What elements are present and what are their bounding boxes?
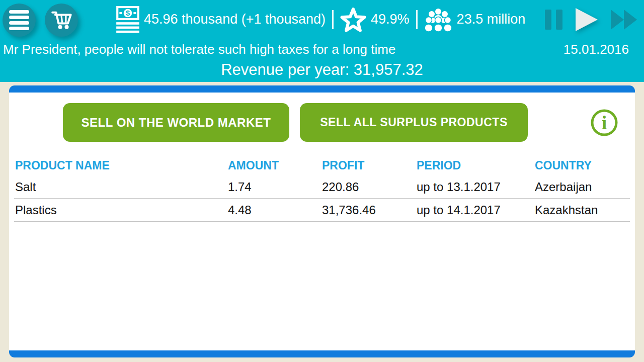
cell-amount: 1.74 (228, 180, 322, 194)
column-header-period: PERIOD (417, 159, 535, 172)
star-icon (340, 7, 366, 32)
column-header-profit: PROFIT (322, 159, 417, 172)
stat-separator (416, 10, 418, 29)
money-stat[interactable]: $ 45.96 thousand (+1 thousand) (116, 6, 326, 33)
shopping-cart-icon (51, 10, 72, 31)
cell-period: up to 14.1.2017 (417, 203, 535, 217)
svg-text:i: i (602, 112, 607, 133)
menu-button[interactable] (3, 4, 36, 37)
contracts-table: PRODUCT NAME AMOUNT PROFIT PERIOD COUNTR… (9, 155, 635, 222)
cell-profit: 31,736.46 (322, 203, 417, 217)
population-icon (424, 8, 452, 32)
column-header-country: COUNTRY (535, 159, 629, 172)
fast-forward-button[interactable] (611, 10, 637, 30)
cart-button[interactable] (45, 4, 78, 37)
cell-profit: 220.86 (322, 180, 417, 194)
actions-row: SELL ON THE WORLD MARKET SELL ALL SURPLU… (9, 103, 635, 142)
cell-product: Salt (15, 180, 228, 194)
svg-text:$: $ (126, 9, 130, 17)
cell-country: Azerbaijan (535, 180, 629, 194)
top-bar-stats-row: $ 45.96 thousand (+1 thousand) (0, 0, 644, 39)
cell-amount: 4.48 (228, 203, 322, 217)
advisor-message: Mr President, people will not tolerate s… (3, 42, 395, 57)
play-button[interactable] (576, 8, 598, 31)
play-icon (576, 8, 598, 31)
population-value: 23.5 million (457, 12, 526, 27)
panel-top-border (9, 85, 635, 93)
top-bar: $ 45.96 thousand (+1 thousand) (0, 0, 644, 82)
money-stack-icon: $ (116, 6, 139, 33)
money-value: 45.96 thousand (+1 thousand) (144, 12, 326, 27)
rating-stat[interactable]: 49.9% (340, 7, 410, 32)
cell-country: Kazakhstan (535, 203, 629, 217)
info-button[interactable]: i (590, 109, 618, 137)
panel-bottom-border (9, 350, 635, 357)
stat-separator (332, 10, 334, 29)
sell-surplus-button[interactable]: SELL ALL SURPLUS PRODUCTS (300, 103, 528, 142)
game-screen: $ 45.96 thousand (+1 thousand) (0, 0, 644, 82)
hamburger-menu-icon (9, 10, 29, 30)
content-area: SELL ON THE WORLD MARKET SELL ALL SURPLU… (9, 85, 635, 357)
table-row[interactable]: Salt 1.74 220.86 up to 13.1.2017 Azerbai… (14, 175, 630, 199)
table-header-row: PRODUCT NAME AMOUNT PROFIT PERIOD COUNTR… (14, 155, 630, 175)
table-row[interactable]: Plastics 4.48 31,736.46 up to 14.1.2017 … (14, 199, 630, 222)
pause-icon (545, 10, 562, 30)
sell-world-market-button[interactable]: SELL ON THE WORLD MARKET (63, 103, 289, 142)
fast-forward-icon (611, 10, 637, 30)
rating-value: 49.9% (371, 12, 410, 27)
column-header-amount: AMOUNT (228, 159, 322, 172)
cell-product: Plastics (15, 203, 228, 217)
world-market-panel: SELL ON THE WORLD MARKET SELL ALL SURPLU… (9, 85, 635, 357)
panel-body: SELL ON THE WORLD MARKET SELL ALL SURPLU… (9, 93, 635, 350)
cell-period: up to 13.1.2017 (417, 180, 535, 194)
pause-button[interactable] (545, 10, 562, 30)
population-stat[interactable]: 23.5 million (424, 8, 526, 32)
speed-controls (545, 8, 637, 31)
game-date: 15.01.2016 (564, 42, 629, 57)
column-header-product: PRODUCT NAME (15, 159, 228, 172)
revenue-line: Revenue per year: 31,957.32 (0, 61, 644, 79)
info-icon: i (590, 131, 618, 138)
ticker-row: Mr President, people will not tolerate s… (0, 39, 644, 60)
stats-group: $ 45.96 thousand (+1 thousand) (116, 6, 525, 33)
